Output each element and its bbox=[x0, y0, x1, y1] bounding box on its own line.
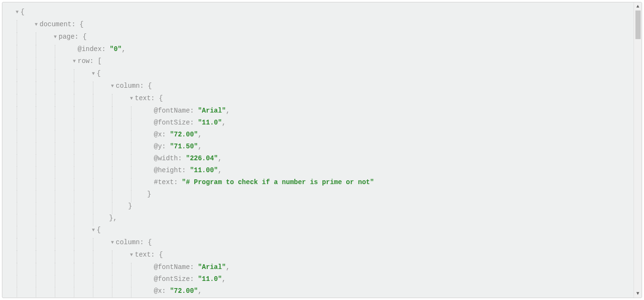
colon: : bbox=[190, 107, 198, 114]
colon: : bbox=[174, 178, 182, 186]
collapse-toggle-icon[interactable]: ▼ bbox=[71, 55, 78, 67]
colon: : bbox=[162, 287, 170, 295]
colon: : bbox=[162, 131, 170, 138]
brace: { bbox=[159, 94, 162, 102]
collapse-toggle-icon[interactable]: ▼ bbox=[128, 249, 135, 261]
brace: } bbox=[147, 190, 151, 198]
vertical-scrollbar[interactable]: ▲ ▼ bbox=[634, 2, 642, 298]
json-key: @fontSize bbox=[154, 275, 190, 283]
collapse-toggle-icon[interactable]: ▼ bbox=[52, 31, 59, 43]
json-string: "226.04" bbox=[186, 155, 218, 162]
comma: , bbox=[226, 107, 230, 114]
brace: { bbox=[20, 8, 24, 16]
json-string: "0" bbox=[110, 45, 121, 53]
json-key: column bbox=[116, 82, 140, 90]
brace: { bbox=[159, 251, 162, 259]
tree-line: @fontName: "Arial", bbox=[6, 261, 642, 273]
json-key: @fontName bbox=[154, 263, 190, 271]
colon: : bbox=[140, 82, 148, 90]
json-string: "71.50" bbox=[170, 143, 198, 150]
comma: , bbox=[198, 143, 201, 150]
colon: : bbox=[190, 119, 198, 126]
colon: : bbox=[101, 45, 110, 53]
comma: , bbox=[222, 275, 226, 283]
comma: , bbox=[226, 263, 230, 271]
tree-line: ▼text: { bbox=[6, 249, 642, 261]
brace: { bbox=[82, 33, 86, 41]
colon: : bbox=[90, 57, 98, 65]
json-key: @height bbox=[154, 166, 182, 174]
scrollbar-thumb[interactable] bbox=[635, 10, 641, 39]
tree-line: @fontSize: "11.0", bbox=[6, 117, 642, 129]
brace: { bbox=[80, 21, 83, 28]
tree-line: #text: "# Program to check if a number i… bbox=[6, 176, 642, 188]
tree-line: ▼{ bbox=[6, 224, 642, 237]
tree-line: @fontName: "Arial", bbox=[6, 105, 642, 117]
json-tree-viewer: ▼{▼document: {▼page: {@index: "0",▼row: … bbox=[2, 2, 642, 298]
tree-line: @x: "72.00", bbox=[6, 285, 642, 297]
comma: , bbox=[222, 119, 226, 126]
json-string: "Arial" bbox=[198, 263, 226, 271]
colon: : bbox=[190, 275, 198, 283]
json-key: @y bbox=[154, 143, 162, 150]
tree-line: ▼{ bbox=[6, 68, 642, 80]
collapse-toggle-icon[interactable]: ▼ bbox=[14, 6, 20, 18]
tree-line: ▼text: { bbox=[6, 93, 642, 105]
comma: , bbox=[113, 214, 117, 222]
json-key: document bbox=[40, 21, 71, 28]
scroll-up-arrow[interactable]: ▲ bbox=[634, 2, 642, 10]
json-string: "11.0" bbox=[198, 119, 221, 126]
colon: : bbox=[151, 94, 159, 102]
json-key: row bbox=[78, 57, 90, 65]
json-key: text bbox=[135, 251, 151, 259]
collapse-toggle-icon[interactable]: ▼ bbox=[90, 224, 97, 236]
json-key: @x bbox=[154, 287, 162, 295]
collapse-toggle-icon[interactable]: ▼ bbox=[33, 19, 40, 31]
tree-line: @y: "101.50", bbox=[6, 297, 642, 298]
colon: : bbox=[190, 263, 198, 271]
json-string: "72.00" bbox=[170, 287, 198, 295]
colon: : bbox=[71, 21, 80, 28]
collapse-toggle-icon[interactable]: ▼ bbox=[109, 80, 116, 92]
json-key: @x bbox=[154, 131, 162, 138]
colon: : bbox=[75, 33, 83, 41]
json-key: text bbox=[135, 94, 151, 102]
bracket: [ bbox=[98, 57, 101, 65]
brace: } bbox=[128, 202, 132, 210]
colon: : bbox=[162, 143, 170, 150]
tree-line: @x: "72.00", bbox=[6, 129, 642, 141]
tree-line: ▼document: { bbox=[6, 19, 642, 31]
tree-line: ▼column: { bbox=[6, 80, 642, 93]
brace: { bbox=[97, 70, 101, 77]
brace: { bbox=[97, 226, 101, 234]
json-string: "11.00" bbox=[190, 166, 218, 174]
tree-line: ▼row: [ bbox=[6, 55, 642, 68]
colon: : bbox=[178, 155, 186, 162]
scroll-down-arrow[interactable]: ▼ bbox=[634, 290, 642, 298]
tree-line: ▼{ bbox=[6, 6, 642, 19]
tree-line: ▼column: { bbox=[6, 237, 642, 249]
comma: , bbox=[198, 287, 201, 295]
tree-line: @y: "71.50", bbox=[6, 141, 642, 153]
comma: , bbox=[198, 131, 201, 138]
json-key: @width bbox=[154, 155, 178, 162]
collapse-toggle-icon[interactable]: ▼ bbox=[90, 68, 97, 80]
collapse-toggle-icon[interactable]: ▼ bbox=[128, 93, 135, 104]
tree-line: } bbox=[6, 200, 642, 212]
json-string: "11.0" bbox=[198, 275, 221, 283]
json-key: page bbox=[59, 33, 75, 41]
colon: : bbox=[151, 251, 159, 259]
comma: , bbox=[218, 166, 221, 174]
tree-line: }, bbox=[6, 212, 642, 224]
colon: : bbox=[140, 238, 148, 246]
tree-line: } bbox=[6, 188, 642, 200]
tree-line: ▼page: { bbox=[6, 31, 642, 43]
json-key: @index bbox=[78, 45, 101, 53]
tree-line: @fontSize: "11.0", bbox=[6, 273, 642, 285]
collapse-toggle-icon[interactable]: ▼ bbox=[109, 237, 116, 248]
json-tree-content: ▼{▼document: {▼page: {@index: "0",▼row: … bbox=[2, 2, 642, 298]
json-string: "# Program to check if a number is prime… bbox=[182, 178, 374, 186]
brace: { bbox=[148, 238, 151, 246]
tree-line: @index: "0", bbox=[6, 43, 642, 55]
tree-line: @height: "11.00", bbox=[6, 165, 642, 176]
